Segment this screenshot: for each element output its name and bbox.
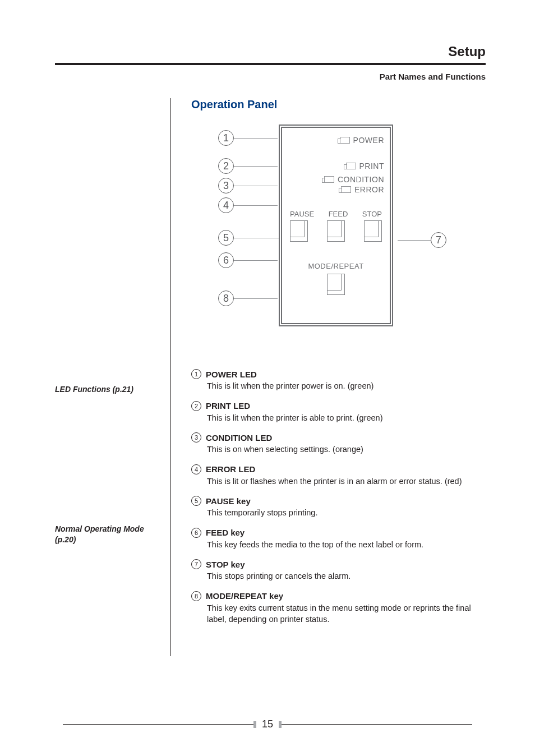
item-title: CONDITION LED bbox=[206, 433, 272, 442]
item-title: POWER LED bbox=[206, 370, 257, 379]
mode-repeat-key-icon bbox=[327, 274, 345, 295]
item-desc: This temporarily stops printing. bbox=[207, 508, 486, 519]
list-item: 5PAUSE key This temporarily stops printi… bbox=[191, 496, 486, 519]
led-row-error: ERROR bbox=[288, 185, 384, 194]
item-desc: This key exits current status in the men… bbox=[207, 603, 486, 625]
pause-key-icon bbox=[290, 220, 308, 242]
list-item: 6FEED key This key feeds the media to th… bbox=[191, 528, 486, 551]
led-row-power: POWER bbox=[288, 136, 384, 145]
item-title: PRINT LED bbox=[206, 401, 250, 411]
callout-3: 3 bbox=[218, 178, 234, 193]
pause-label: PAUSE bbox=[290, 210, 314, 218]
item-number: 4 bbox=[191, 464, 201, 474]
item-title: MODE/REPEAT key bbox=[206, 591, 283, 601]
item-title: FEED key bbox=[206, 528, 245, 537]
margin-note-mode-line1: Normal Operating Mode bbox=[55, 524, 144, 533]
stop-key-icon bbox=[364, 220, 382, 242]
callout-1: 1 bbox=[218, 130, 234, 146]
button-labels-row: PAUSE FEED STOP bbox=[288, 210, 384, 218]
feed-key-icon bbox=[327, 220, 345, 242]
item-number: 1 bbox=[191, 369, 201, 379]
item-number: 2 bbox=[191, 401, 201, 411]
chapter-title: Setup bbox=[55, 44, 486, 59]
button-row bbox=[288, 220, 384, 242]
callout-8: 8 bbox=[218, 291, 234, 306]
led-row-print: PRINT bbox=[288, 162, 384, 170]
list-item: 3CONDITION LED This is on when selecting… bbox=[191, 432, 486, 455]
led-icon bbox=[324, 176, 334, 183]
stop-label: STOP bbox=[362, 210, 382, 218]
led-row-condition: CONDITION bbox=[288, 175, 384, 184]
item-desc: This is lit when the printer power is on… bbox=[207, 381, 486, 392]
section-heading: Operation Panel bbox=[191, 98, 486, 111]
margin-note-mode: Normal Operating Mode (p.20) bbox=[55, 524, 170, 545]
item-number: 8 bbox=[191, 591, 201, 601]
page-number: 15 bbox=[256, 718, 279, 730]
led-icon bbox=[341, 186, 351, 193]
callout-7: 7 bbox=[431, 232, 446, 248]
led-icon bbox=[346, 163, 356, 169]
print-led-label: PRINT bbox=[359, 162, 385, 170]
callout-5: 5 bbox=[218, 230, 234, 246]
item-desc: This is lit when the printer is able to … bbox=[207, 413, 486, 424]
item-number: 7 bbox=[191, 559, 201, 569]
callout-2: 2 bbox=[218, 158, 234, 174]
condition-led-label: CONDITION bbox=[338, 175, 384, 184]
item-desc: This is lit or flashes when the printer … bbox=[207, 476, 486, 487]
list-item: 4ERROR LED This is lit or flashes when t… bbox=[191, 464, 486, 487]
subsection-title: Part Names and Functions bbox=[55, 72, 486, 81]
item-number: 3 bbox=[191, 432, 201, 442]
item-desc: This stops printing or cancels the alarm… bbox=[207, 571, 486, 582]
list-item: 1POWER LED This is lit when the printer … bbox=[191, 369, 486, 392]
margin-note-mode-line2: (p.20) bbox=[55, 535, 76, 544]
main-column: Operation Panel 1 2 3 4 5 6 8 POWER PRIN… bbox=[170, 98, 486, 656]
error-led-label: ERROR bbox=[354, 185, 384, 194]
led-icon bbox=[340, 137, 350, 144]
item-title: STOP key bbox=[206, 560, 245, 569]
item-title: PAUSE key bbox=[206, 496, 251, 506]
item-title: ERROR LED bbox=[206, 464, 255, 474]
item-desc: This key feeds the media to the top of t… bbox=[207, 540, 486, 551]
page-footer: 15 bbox=[0, 718, 535, 730]
operation-panel-diagram: 1 2 3 4 5 6 8 POWER PRINT CONDITION ERRO… bbox=[218, 125, 486, 338]
list-item: 7STOP key This stops printing or cancels… bbox=[191, 559, 486, 582]
list-item: 8MODE/REPEAT key This key exits current … bbox=[191, 591, 486, 625]
item-number: 6 bbox=[191, 528, 201, 538]
callout-6: 6 bbox=[218, 252, 234, 268]
callout-4: 4 bbox=[218, 197, 234, 213]
feed-label: FEED bbox=[329, 210, 348, 218]
divider bbox=[55, 63, 486, 65]
power-led-label: POWER bbox=[353, 136, 384, 145]
mode-repeat-label: MODE/REPEAT bbox=[288, 262, 384, 270]
list-item: 2PRINT LED This is lit when the printer … bbox=[191, 401, 486, 424]
item-number: 5 bbox=[191, 496, 201, 506]
panel-outline: POWER PRINT CONDITION ERROR PAUSE FEED S… bbox=[279, 125, 393, 326]
item-desc: This is on when selecting settings. (ora… bbox=[207, 444, 486, 455]
margin-note-led: LED Functions (p.21) bbox=[55, 384, 170, 395]
margin-column: LED Functions (p.21) Normal Operating Mo… bbox=[55, 98, 170, 656]
